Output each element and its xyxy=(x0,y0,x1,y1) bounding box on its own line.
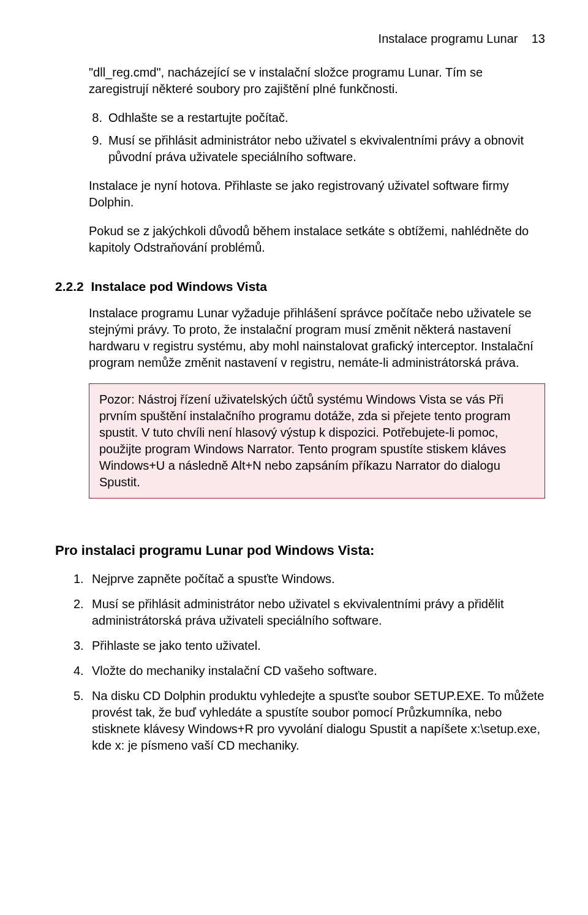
page-number: 13 xyxy=(532,32,545,45)
list-text: Odhlašte se a restartujte počítač. xyxy=(108,110,288,126)
paragraph: Pokud se z jakýchkoli důvodů během insta… xyxy=(89,223,545,256)
list-text: Nejprve zapněte počítač a spusťte Window… xyxy=(92,571,335,587)
list-item: 3. Přihlaste se jako tento uživatel. xyxy=(74,638,545,654)
section-heading: 2.2.2 Instalace pod Windows Vista xyxy=(55,278,545,295)
list-text: Musí se přihlásit administrátor nebo uži… xyxy=(108,132,545,165)
paragraph: Instalace programu Lunar vyžaduje přihlá… xyxy=(89,305,545,371)
section-title: Instalace pod Windows Vista xyxy=(91,279,267,293)
list-marker: 5. xyxy=(74,688,86,754)
list-marker: 8. xyxy=(89,110,102,126)
list-text: Přihlaste se jako tento uživatel. xyxy=(92,638,261,654)
continued-list: 8. Odhlašte se a restartujte počítač. 9.… xyxy=(89,110,545,165)
warning-callout: Pozor: Nástroj řízení uživatelských účtů… xyxy=(89,383,545,499)
list-item: 5. Na disku CD Dolphin produktu vyhledej… xyxy=(74,688,545,754)
list-marker: 3. xyxy=(74,638,86,654)
list-marker: 9. xyxy=(89,132,102,165)
list-marker: 1. xyxy=(74,571,86,587)
instruction-list: 1. Nejprve zapněte počítač a spusťte Win… xyxy=(55,571,545,754)
list-item: 1. Nejprve zapněte počítač a spusťte Win… xyxy=(74,571,545,587)
paragraph: Instalace je nyní hotova. Přihlaste se j… xyxy=(89,178,545,211)
list-marker: 2. xyxy=(74,596,86,629)
list-item: 8. Odhlašte se a restartujte počítač. xyxy=(89,110,545,126)
page-header: Instalace programu Lunar 13 xyxy=(55,31,545,47)
list-text: Musí se přihlásit administrátor nebo uži… xyxy=(92,596,545,629)
intro-paragraph: "dll_reg.cmd", nacházející se v instalač… xyxy=(89,64,545,97)
list-text: Vložte do mechaniky instalační CD vašeho… xyxy=(92,663,377,679)
list-text: Na disku CD Dolphin produktu vyhledejte … xyxy=(92,688,545,754)
list-item: 4. Vložte do mechaniky instalační CD vaš… xyxy=(74,663,545,679)
list-marker: 4. xyxy=(74,663,86,679)
callout-text: Pozor: Nástroj řízení uživatelských účtů… xyxy=(99,393,510,489)
header-title: Instalace programu Lunar xyxy=(379,32,518,45)
list-item: 2. Musí se přihlásit administrátor nebo … xyxy=(74,596,545,629)
subheading: Pro instalaci programu Lunar pod Windows… xyxy=(55,541,545,560)
list-item: 9. Musí se přihlásit administrátor nebo … xyxy=(89,132,545,165)
section-number: 2.2.2 xyxy=(55,279,84,293)
